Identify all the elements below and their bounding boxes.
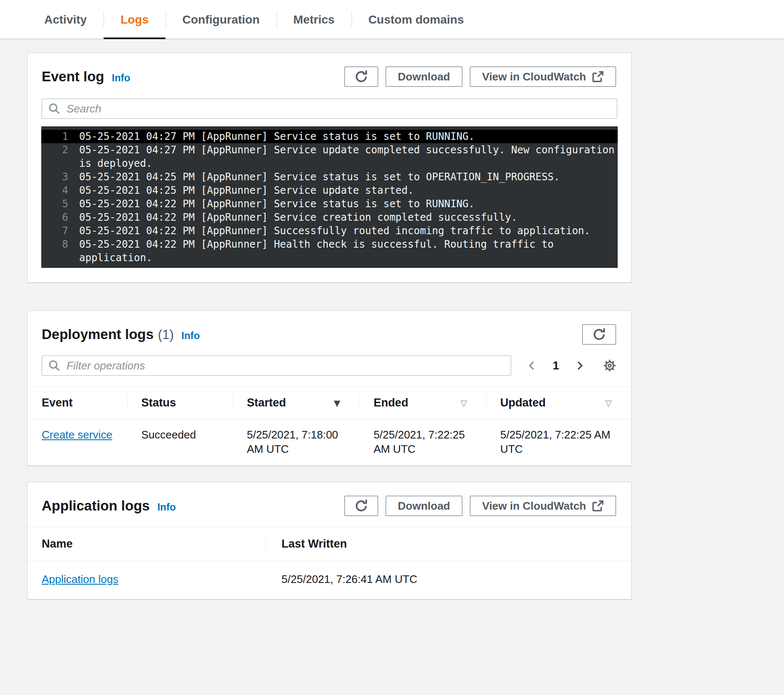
previous-page-icon[interactable] bbox=[526, 360, 537, 371]
line-number: 4 bbox=[41, 184, 68, 197]
log-line-2[interactable]: 2 05-25-2021 04:27 PM [AppRunner] Servic… bbox=[41, 143, 618, 170]
deployment-logs-title: Deployment logs bbox=[42, 326, 154, 342]
application-logs-download-button[interactable]: Download bbox=[386, 496, 462, 516]
event-log-info-link[interactable]: Info bbox=[112, 72, 131, 84]
column-label: Name bbox=[42, 537, 73, 551]
sort-icon[interactable]: ▽ bbox=[461, 398, 467, 408]
column-label: Updated bbox=[500, 396, 546, 409]
page-number[interactable]: 1 bbox=[552, 359, 559, 372]
tab-custom-domains[interactable]: Custom domains bbox=[352, 0, 481, 39]
column-label: Status bbox=[141, 396, 176, 409]
log-line-3[interactable]: 3 05-25-2021 04:25 PM [AppRunner] Servic… bbox=[41, 170, 618, 184]
column-header-last-written: Last Written bbox=[266, 527, 631, 561]
cell-started: 5/25/2021, 7:18:00 AM UTC bbox=[233, 419, 360, 465]
line-text: 05-25-2021 04:22 PM [AppRunner] Health c… bbox=[79, 238, 618, 265]
refresh-icon bbox=[592, 327, 606, 342]
application-logs-link[interactable]: Application logs bbox=[42, 573, 118, 585]
event-log-download-button[interactable]: Download bbox=[386, 67, 462, 87]
next-page-icon[interactable] bbox=[574, 360, 585, 371]
line-number: 2 bbox=[41, 143, 68, 170]
event-log-header: Event log Info Download View in CloudWat… bbox=[28, 53, 631, 98]
log-line-1[interactable]: 1 05-25-2021 04:27 PM [AppRunner] Servic… bbox=[41, 130, 618, 143]
cell-last-written: 5/25/2021, 7:26:41 AM UTC bbox=[266, 561, 631, 599]
application-logs-refresh-button[interactable] bbox=[344, 496, 378, 516]
cell-updated: 5/25/2021, 7:22:25 AM UTC bbox=[486, 419, 631, 465]
deployment-logs-refresh-button[interactable] bbox=[582, 324, 616, 345]
line-text: 05-25-2021 04:27 PM [AppRunner] Service … bbox=[79, 143, 618, 170]
search-icon bbox=[48, 103, 60, 115]
column-header-started[interactable]: Started ▼ bbox=[233, 387, 360, 419]
event-log-viewer[interactable]: 1 05-25-2021 04:27 PM [AppRunner] Servic… bbox=[41, 126, 618, 268]
logs-tab-content: Event log Info Download View in CloudWat… bbox=[0, 39, 784, 633]
service-tabs: Activity Logs Configuration Metrics Cust… bbox=[0, 0, 784, 39]
log-line-7[interactable]: 7 05-25-2021 04:22 PM [AppRunner] Succes… bbox=[41, 224, 618, 238]
cell-event: Create service bbox=[28, 419, 127, 465]
tab-logs[interactable]: Logs bbox=[104, 0, 165, 39]
column-header-updated[interactable]: Updated ▽ bbox=[486, 387, 631, 419]
cell-name: Application logs bbox=[28, 561, 266, 599]
refresh-icon bbox=[354, 70, 368, 84]
event-log-panel: Event log Info Download View in CloudWat… bbox=[27, 53, 632, 283]
column-label: Ended bbox=[373, 396, 408, 409]
table-settings-gear-icon[interactable] bbox=[602, 358, 617, 373]
view-in-cloudwatch-label: View in CloudWatch bbox=[482, 500, 586, 513]
line-number: 6 bbox=[41, 211, 68, 224]
application-logs-table: Name Last Written Application logs 5/25/… bbox=[28, 527, 631, 599]
line-number: 1 bbox=[41, 130, 68, 143]
pagination: 1 bbox=[526, 359, 585, 372]
line-number: 3 bbox=[41, 170, 68, 184]
create-service-link[interactable]: Create service bbox=[42, 428, 112, 441]
application-logs-panel: Application logs Info Download View in C… bbox=[27, 482, 632, 599]
event-log-search bbox=[42, 99, 617, 119]
application-logs-view-in-cloudwatch-button[interactable]: View in CloudWatch bbox=[470, 496, 616, 516]
deployment-logs-header: Deployment logs (1) Info bbox=[28, 311, 631, 356]
column-header-status: Status bbox=[127, 387, 233, 419]
line-text: 05-25-2021 04:27 PM [AppRunner] Service … bbox=[79, 130, 618, 143]
line-number: 8 bbox=[41, 238, 68, 265]
view-in-cloudwatch-label: View in CloudWatch bbox=[482, 70, 586, 83]
line-text: 05-25-2021 04:22 PM [AppRunner] Successf… bbox=[79, 224, 618, 238]
column-header-ended[interactable]: Ended ▽ bbox=[360, 387, 486, 419]
log-line-8[interactable]: 8 05-25-2021 04:22 PM [AppRunner] Health… bbox=[41, 238, 618, 265]
column-label: Last Written bbox=[282, 537, 347, 551]
deployment-logs-toolbar: 1 bbox=[28, 356, 631, 387]
cell-ended: 5/25/2021, 7:22:25 AM UTC bbox=[360, 419, 486, 465]
deployment-log-row: Create service Succeeded 5/25/2021, 7:18… bbox=[28, 419, 631, 465]
deployment-logs-filter bbox=[42, 356, 511, 376]
log-line-4[interactable]: 4 05-25-2021 04:25 PM [AppRunner] Servic… bbox=[41, 184, 618, 197]
column-label: Event bbox=[42, 396, 73, 409]
application-logs-title: Application logs bbox=[42, 498, 150, 514]
deployment-logs-table-header: Event Status Started ▼ Ended ▽ Updated ▽ bbox=[28, 387, 631, 419]
event-log-refresh-button[interactable] bbox=[344, 67, 378, 87]
deployment-logs-info-link[interactable]: Info bbox=[181, 330, 200, 342]
column-header-event: Event bbox=[28, 387, 127, 419]
external-link-icon bbox=[592, 71, 604, 83]
event-log-search-input[interactable] bbox=[42, 99, 617, 119]
line-number: 7 bbox=[41, 224, 68, 238]
line-text: 05-25-2021 04:25 PM [AppRunner] Service … bbox=[79, 170, 618, 184]
log-line-6[interactable]: 6 05-25-2021 04:22 PM [AppRunner] Servic… bbox=[41, 211, 618, 224]
cell-status: Succeeded bbox=[127, 419, 233, 465]
log-line-5[interactable]: 5 05-25-2021 04:22 PM [AppRunner] Servic… bbox=[41, 197, 618, 211]
application-log-row: Application logs 5/25/2021, 7:26:41 AM U… bbox=[28, 561, 631, 599]
tab-configuration[interactable]: Configuration bbox=[165, 0, 277, 39]
tab-activity[interactable]: Activity bbox=[27, 0, 104, 39]
event-log-title: Event log bbox=[42, 69, 104, 85]
tab-metrics[interactable]: Metrics bbox=[277, 0, 352, 39]
application-logs-table-header: Name Last Written bbox=[28, 527, 631, 561]
event-log-view-in-cloudwatch-button[interactable]: View in CloudWatch bbox=[470, 67, 616, 87]
line-text: 05-25-2021 04:22 PM [AppRunner] Service … bbox=[79, 211, 618, 224]
deployment-logs-count: (1) bbox=[158, 327, 174, 342]
deployment-logs-table: Event Status Started ▼ Ended ▽ Updated ▽ bbox=[28, 387, 631, 465]
column-label: Started bbox=[247, 396, 286, 409]
search-icon bbox=[48, 360, 60, 372]
application-logs-header: Application logs Info Download View in C… bbox=[28, 482, 631, 527]
line-text: 05-25-2021 04:25 PM [AppRunner] Service … bbox=[79, 184, 618, 197]
application-logs-info-link[interactable]: Info bbox=[157, 501, 176, 513]
sort-icon[interactable]: ▽ bbox=[605, 398, 612, 408]
deployment-logs-panel: Deployment logs (1) Info bbox=[27, 310, 632, 466]
deployment-logs-filter-input[interactable] bbox=[42, 356, 511, 376]
external-link-icon bbox=[592, 500, 604, 512]
sort-descending-icon[interactable]: ▼ bbox=[334, 398, 340, 408]
column-header-name: Name bbox=[28, 527, 266, 561]
